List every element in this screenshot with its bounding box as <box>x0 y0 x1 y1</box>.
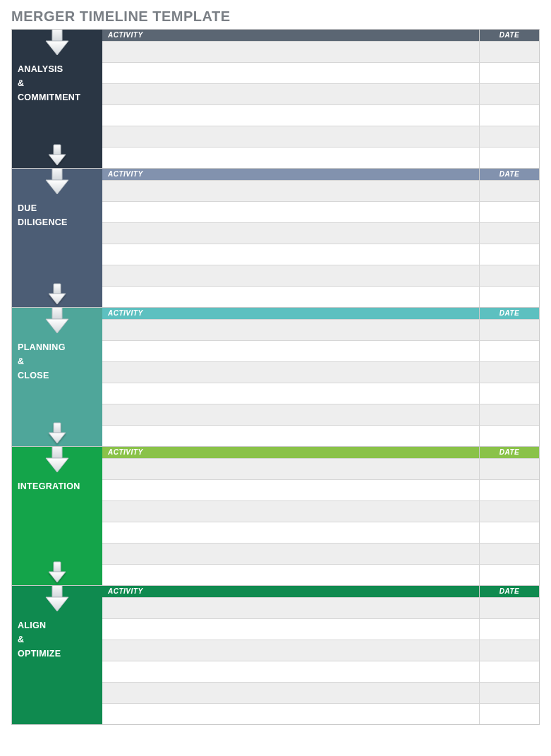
activity-cell[interactable] <box>102 148 480 168</box>
activity-cell[interactable] <box>102 383 480 404</box>
table-row <box>102 62 539 83</box>
table-row <box>102 640 539 661</box>
phase-analysis: ANALYSIS&COMMITMENT <box>12 30 102 168</box>
activity-cell[interactable] <box>102 565 480 585</box>
activity-cell[interactable] <box>102 63 480 83</box>
date-cell[interactable] <box>480 501 539 522</box>
activity-cell[interactable] <box>102 619 480 640</box>
svg-rect-8 <box>52 308 62 319</box>
activity-cell[interactable] <box>102 501 480 522</box>
activity-cell[interactable] <box>102 181 480 201</box>
activity-cell[interactable] <box>102 223 480 244</box>
table-row <box>102 597 539 618</box>
table-row <box>102 319 539 340</box>
date-cell[interactable] <box>480 244 539 265</box>
section-align: ALIGN&OPTIMIZEACTIVITYDATE <box>12 586 539 724</box>
date-cell[interactable] <box>480 105 539 126</box>
date-cell[interactable] <box>480 404 539 425</box>
table-row <box>102 522 539 543</box>
rows: ACTIVITYDATE <box>102 30 539 168</box>
col-header-date: DATE <box>480 308 539 319</box>
table-row <box>102 661 539 682</box>
date-cell[interactable] <box>480 598 539 618</box>
date-cell[interactable] <box>480 42 539 62</box>
date-cell[interactable] <box>480 383 539 404</box>
table-row <box>102 126 539 147</box>
date-cell[interactable] <box>480 362 539 383</box>
date-cell[interactable] <box>480 223 539 244</box>
table-row <box>102 564 539 585</box>
activity-cell[interactable] <box>102 704 480 724</box>
section-analysis: ANALYSIS&COMMITMENT ACTIVITYDATE <box>12 30 539 169</box>
activity-cell[interactable] <box>102 202 480 222</box>
phase-label-line: ALIGN <box>18 618 97 632</box>
col-header-activity: ACTIVITY <box>102 586 480 597</box>
svg-rect-4 <box>52 169 62 180</box>
arrow-down-small-icon <box>37 418 77 446</box>
phase-align: ALIGN&OPTIMIZE <box>12 586 102 724</box>
activity-cell[interactable] <box>102 287 480 307</box>
activity-cell[interactable] <box>102 640 480 661</box>
date-cell[interactable] <box>480 459 539 479</box>
activity-cell[interactable] <box>102 426 480 446</box>
activity-cell[interactable] <box>102 459 480 479</box>
activity-cell[interactable] <box>102 126 480 147</box>
table-row <box>102 425 539 446</box>
phase-label-line: CLOSE <box>18 368 97 383</box>
date-cell[interactable] <box>480 683 539 703</box>
table-row <box>102 265 539 286</box>
date-cell[interactable] <box>480 126 539 147</box>
date-cell[interactable] <box>480 63 539 83</box>
table-row <box>102 201 539 222</box>
activity-cell[interactable] <box>102 683 480 703</box>
date-cell[interactable] <box>480 522 539 543</box>
date-cell[interactable] <box>480 202 539 222</box>
activity-cell[interactable] <box>102 661 480 682</box>
activity-cell[interactable] <box>102 244 480 265</box>
svg-marker-5 <box>46 180 68 194</box>
date-cell[interactable] <box>480 619 539 640</box>
date-cell[interactable] <box>480 661 539 682</box>
phase-label-line: & <box>18 632 97 647</box>
col-header-date: DATE <box>480 447 539 458</box>
activity-cell[interactable] <box>102 265 480 286</box>
activity-cell[interactable] <box>102 341 480 361</box>
activity-cell[interactable] <box>102 598 480 618</box>
activity-cell[interactable] <box>102 544 480 564</box>
arrow-down-small-icon <box>37 140 77 168</box>
date-cell[interactable] <box>480 565 539 585</box>
section-planning: PLANNING&CLOSE ACTIVITYDATE <box>12 308 539 447</box>
arrow-down-small-icon <box>37 279 77 307</box>
date-cell[interactable] <box>480 148 539 168</box>
date-cell[interactable] <box>480 341 539 361</box>
activity-cell[interactable] <box>102 84 480 104</box>
table-row <box>102 286 539 307</box>
activity-cell[interactable] <box>102 522 480 543</box>
date-cell[interactable] <box>480 320 539 340</box>
svg-marker-13 <box>46 458 68 472</box>
activity-cell[interactable] <box>102 404 480 425</box>
phase-label-line: INTEGRATION <box>18 479 97 493</box>
svg-rect-16 <box>52 586 62 597</box>
activity-cell[interactable] <box>102 480 480 500</box>
date-cell[interactable] <box>480 480 539 500</box>
col-header-activity: ACTIVITY <box>102 308 480 319</box>
date-cell[interactable] <box>480 265 539 286</box>
phase-label-line: & <box>18 354 97 368</box>
page-title: MERGER TIMELINE TEMPLATE <box>11 8 540 25</box>
col-header-activity: ACTIVITY <box>102 447 480 458</box>
col-header-date: DATE <box>480 586 539 597</box>
date-cell[interactable] <box>480 84 539 104</box>
date-cell[interactable] <box>480 181 539 201</box>
date-cell[interactable] <box>480 640 539 661</box>
table-row <box>102 703 539 724</box>
date-cell[interactable] <box>480 426 539 446</box>
activity-cell[interactable] <box>102 42 480 62</box>
table-row <box>102 244 539 265</box>
date-cell[interactable] <box>480 544 539 564</box>
date-cell[interactable] <box>480 704 539 724</box>
date-cell[interactable] <box>480 287 539 307</box>
activity-cell[interactable] <box>102 320 480 340</box>
activity-cell[interactable] <box>102 362 480 383</box>
activity-cell[interactable] <box>102 105 480 126</box>
